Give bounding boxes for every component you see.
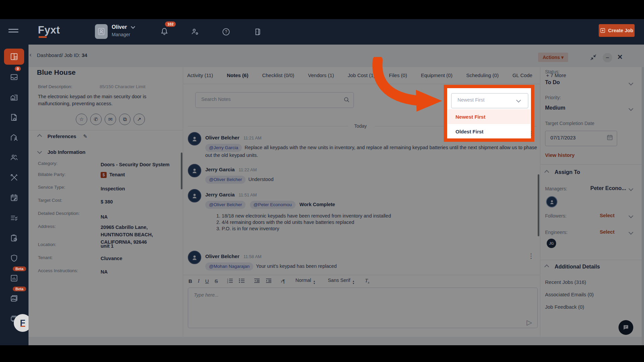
sort-option-oldest-first[interactable]: Oldest First	[448, 124, 530, 139]
user-settings-icon[interactable]	[191, 27, 199, 38]
clipboard-clock-icon	[10, 234, 18, 242]
sort-select-value: Newest First	[458, 97, 485, 103]
dim-overlay	[29, 45, 644, 345]
list-check-icon	[10, 214, 18, 222]
sidebar-item-scheduled-tasks[interactable]	[4, 230, 24, 246]
buildings-icon	[10, 93, 18, 102]
fyxt-widget-underline	[20, 326, 25, 327]
calendar-edit-icon	[10, 193, 18, 202]
inbox-icon	[10, 73, 18, 81]
app-window: Fyxt Oliver Manager 102 ? Create Job 0	[0, 0, 644, 362]
bottom-black-band	[0, 345, 644, 362]
shield-icon	[10, 254, 18, 262]
sidebar-item-jobs-tools[interactable]	[4, 170, 24, 186]
sidebar-item-inbox[interactable]	[4, 69, 24, 85]
notification-count-badge: 102	[165, 21, 176, 27]
sidebar-item-leases[interactable]	[4, 109, 24, 125]
sidebar-item-properties[interactable]	[4, 89, 24, 105]
sidebar-item-compliance[interactable]	[4, 250, 24, 266]
notifications-bell-icon[interactable]	[160, 27, 169, 38]
chevron-down-icon	[131, 24, 135, 29]
sidebar-item-calendar[interactable]	[4, 190, 24, 206]
tools-icon	[10, 173, 18, 182]
menu-hamburger-icon[interactable]	[8, 29, 18, 33]
fyxt-logo-underline	[39, 36, 47, 38]
images-icon	[10, 294, 18, 303]
create-job-button[interactable]: Create Job	[599, 24, 635, 37]
dashboard-grid-icon	[10, 52, 18, 61]
beta-badge-gallery: Beta	[13, 287, 26, 291]
note-options-kebab-icon[interactable]: ⋮	[529, 130, 534, 136]
sidebar-item-gallery[interactable]	[4, 290, 24, 306]
plus-square-icon	[600, 28, 605, 33]
user-name[interactable]: Oliver	[112, 24, 135, 30]
sort-dropdown-highlight: Newest First Newest First Oldest First ⋮	[444, 85, 534, 142]
people-icon	[10, 153, 18, 162]
sidebar-item-dashboard[interactable]	[4, 49, 24, 65]
user-role: Manager	[112, 32, 130, 37]
sidebar-item-analytics[interactable]	[4, 270, 24, 286]
sidebar-item-checklist[interactable]	[4, 210, 24, 226]
bar-chart-icon	[10, 274, 18, 283]
svg-text:?: ?	[225, 29, 227, 34]
home-person-icon	[10, 133, 18, 142]
help-icon[interactable]: ?	[222, 27, 230, 38]
logout-door-icon[interactable]	[253, 27, 262, 38]
document-home-icon	[10, 113, 18, 122]
person-icon	[98, 28, 105, 35]
user-avatar[interactable]	[95, 24, 108, 39]
sort-option-newest-first[interactable]: Newest First	[448, 109, 530, 124]
sidebar-item-team[interactable]	[4, 149, 24, 165]
top-black-band	[0, 0, 644, 19]
tutorial-arrow	[362, 57, 449, 117]
beta-badge-analytics: Beta	[13, 266, 26, 271]
sidebar-item-tenants[interactable]	[4, 129, 24, 145]
fyxt-logo: Fyxt	[38, 24, 60, 36]
inbox-count-badge: 0	[15, 66, 21, 71]
